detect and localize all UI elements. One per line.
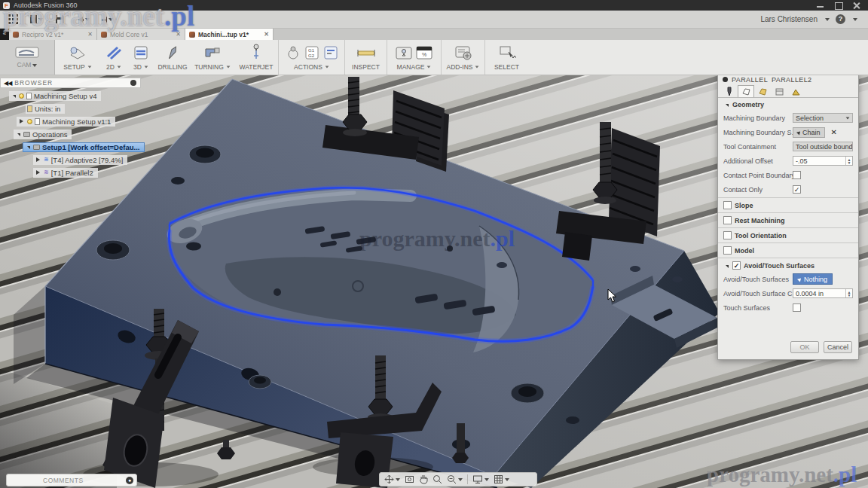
browser-row-units[interactable]: Units: in [0,104,141,114]
ribbon-tool-inspect[interactable]: INSPECT [344,40,387,75]
expand-arrow-icon[interactable] [36,157,40,162]
component-icon [35,118,40,125]
model-checkbox[interactable] [723,246,732,255]
contact-point-boundary-checkbox[interactable] [793,171,801,179]
additional-offset-input[interactable]: -.05 ▲▼ [793,156,853,166]
user-menu-caret-icon[interactable] [825,18,830,21]
ribbon-toolbar: CAM SETUP 2D 3D DRILLING TURNING WATERJE… [0,40,868,75]
document-icon [189,32,195,38]
file-menu-icon[interactable] [29,14,43,25]
tab-linking-icon[interactable] [787,85,804,97]
section-collapse-icon[interactable] [726,104,729,107]
expand-arrow-icon[interactable] [36,170,40,175]
ribbon-tool-waterjet[interactable]: WATERJET [234,40,278,75]
ribbon-tool-setup[interactable]: SETUP [55,40,100,75]
look-at-icon[interactable] [405,474,414,484]
data-panel-toggle[interactable]: « [0,29,9,40]
ribbon-tool-actions[interactable]: G1G2 ACTIONS [278,40,344,75]
browser-row-machining-setup-v4[interactable]: Machining Setup v4 [0,91,141,102]
save-icon[interactable] [53,14,66,25]
avoid-clearance-row: Avoid/Touch Surface C... 0.0004 in ▲▼ [718,286,858,300]
ribbon-tool-2d[interactable]: 2D [100,40,127,75]
rest-machining-section-header[interactable]: Rest Machining [718,214,858,227]
ok-button[interactable]: OK [790,341,819,353]
zoom-icon[interactable] [432,474,442,484]
tab-passes-icon[interactable] [771,85,787,97]
browser-header[interactable]: ◀◀ BROWSER [0,78,141,88]
window-maximize-button[interactable] [835,2,842,9]
spinner-arrows-icon[interactable]: ▲▼ [845,157,852,165]
pan-orbit-icon[interactable] [384,474,400,484]
workspace-selector-cam[interactable]: CAM [0,40,55,75]
expand-arrow-icon[interactable] [27,146,30,149]
rest-machining-checkbox[interactable] [723,216,732,224]
comments-expand-icon[interactable]: ● [126,477,133,484]
tab-geometry-icon[interactable] [738,85,754,97]
tool-orientation-section-header[interactable]: Tool Orientation [718,229,858,242]
contact-only-checkbox[interactable]: ✓ [793,185,801,194]
dialog-title: PARALLEL [732,76,768,84]
expand-arrow-icon[interactable] [17,133,20,136]
svg-text:G2: G2 [308,53,315,58]
app-grid-icon[interactable] [6,14,20,25]
document-tab-mold-core[interactable]: Mold Core v1 ✕ [97,29,185,40]
geometry-section-header[interactable]: Geometry [718,98,858,111]
browser-row-operations[interactable]: Operations [0,130,141,140]
ribbon-tool-turning[interactable]: TURNING [191,40,234,75]
panel-options-icon[interactable] [130,80,136,86]
zoom-window-icon[interactable] [447,474,463,484]
title-bar: F Autodesk Fusion 360 [0,0,868,11]
dialog-header[interactable]: PARALLEL PARALLEL2 [718,74,858,85]
clear-selection-icon[interactable]: ✕ [831,128,837,136]
tab-close-icon[interactable]: ✕ [176,31,181,38]
avoid-surfaces-select-button[interactable]: Nothing [793,273,833,285]
browser-row-setup1[interactable]: Setup1 [Work offset=Defau... [0,142,141,153]
comments-bar[interactable]: COMMENTS ● [6,474,137,486]
window-close-button[interactable] [853,2,860,9]
redo-icon[interactable] [99,14,113,25]
grid-layout-icon[interactable] [494,474,509,484]
spinner-arrows-icon[interactable]: ▲▼ [845,289,852,297]
section-collapse-icon[interactable] [726,265,729,268]
cancel-button[interactable]: Cancel [824,341,852,353]
ribbon-tool-add-ins[interactable]: ADD-INS [441,40,484,75]
ribbon-tool-3d[interactable]: 3D [127,40,154,75]
window-minimize-button[interactable] [817,2,824,9]
avoid-clearance-input[interactable]: 0.0004 in ▲▼ [793,288,853,298]
expand-arrow-icon[interactable] [20,119,23,124]
ribbon-tool-select[interactable]: SELECT [484,40,528,75]
machining-boundary-select[interactable]: Selection [793,113,853,123]
pan-hand-icon[interactable] [419,474,428,484]
help-icon[interactable]: ? [836,14,845,24]
tab-heights-icon[interactable] [754,85,771,97]
tab-close-icon[interactable]: ✕ [264,31,269,38]
avoid-touch-checkbox[interactable]: ✓ [732,261,741,270]
touch-surfaces-checkbox[interactable] [793,303,801,312]
user-name[interactable]: Lars Christensen [760,15,818,23]
visibility-bulb-icon[interactable] [19,93,24,99]
dialog-button-row: OK Cancel [718,337,858,359]
browser-row-machining-setup-v1[interactable]: Machining Setup v1:1 [0,117,141,127]
ribbon-tool-manage[interactable]: % MANAGE [387,40,441,75]
slope-checkbox[interactable] [723,201,732,209]
slope-section-header[interactable]: Slope [718,199,858,212]
tool-orientation-checkbox[interactable] [723,231,732,239]
additional-offset-row: Additional Offset -.05 ▲▼ [718,154,858,168]
avoid-touch-section-header[interactable]: ✓ Avoid/Touch Surfaces [718,259,858,272]
browser-row-adaptive2[interactable]: ≋ [T4] Adaptive2 [79.4%] [0,155,141,166]
document-tab-recipro[interactable]: Recipro v2 v1* ✕ [9,29,97,40]
collapse-panel-icon[interactable]: ◀◀ [1,80,14,87]
document-tab-machining-setup[interactable]: Machini...tup v1* ✕ [185,29,274,40]
display-settings-icon[interactable] [472,474,489,484]
tab-tool-icon[interactable] [721,85,738,97]
expand-arrow-icon[interactable] [13,95,16,98]
help-menu-caret-icon[interactable] [853,18,857,21]
tab-close-icon[interactable]: ✕ [87,31,93,38]
tool-containment-select[interactable]: Tool outside bound... [793,142,853,151]
undo-icon[interactable] [76,14,90,25]
browser-row-parallel2[interactable]: ≋ [T1] Parallel2 [0,168,141,178]
chain-select-button[interactable]: Chain [793,127,825,138]
ribbon-tool-drilling[interactable]: DRILLING [154,40,191,75]
model-section-header[interactable]: Model [718,244,858,257]
visibility-bulb-icon[interactable] [27,119,32,124]
